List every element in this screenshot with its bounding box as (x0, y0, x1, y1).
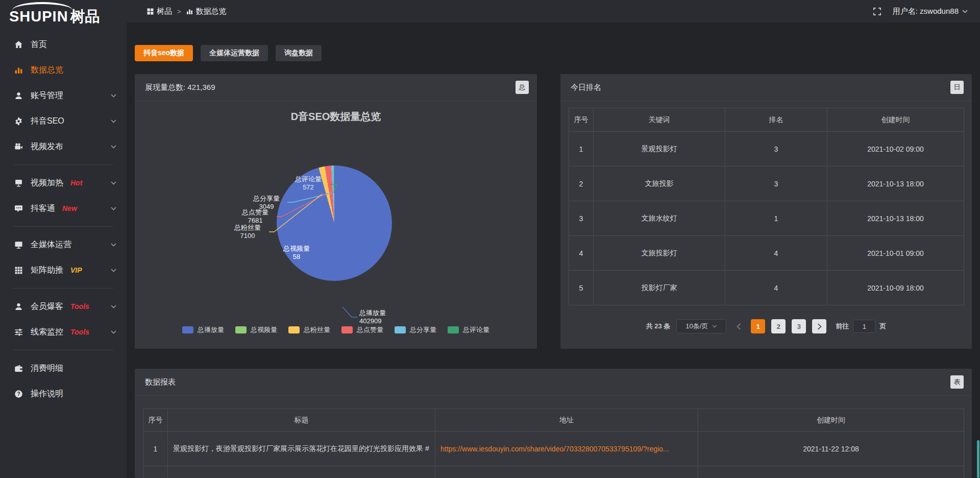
svg-text:?: ? (17, 391, 20, 397)
legend-item-videos[interactable]: 总视频量 (235, 325, 277, 334)
page-button-2[interactable]: 2 (771, 319, 786, 333)
grid-icon (14, 266, 23, 275)
sidebar-item-data-overview[interactable]: 数据总览 (0, 57, 127, 83)
cell-time: 2021-10-01 09:00 (827, 236, 964, 271)
legend-label: 总粉丝量 (304, 325, 330, 334)
sidebar-item-media-ops[interactable]: 全媒体运营 (0, 232, 127, 257)
topbar-right: 用户名: zswodun88 (873, 7, 980, 16)
col-header-time: 创建时间 (827, 108, 964, 132)
chevron-down-icon (111, 330, 116, 334)
page-size-select[interactable]: 10条/页 (676, 319, 726, 333)
tab-inquiry-data[interactable]: 询盘数据 (276, 45, 322, 61)
col-header-time: 创建时间 (698, 409, 964, 432)
sidebar-item-account[interactable]: 账号管理 (0, 83, 127, 108)
legend-item-shares[interactable]: 总分享量 (395, 325, 436, 334)
sidebar-item-help[interactable]: ? 操作说明 (0, 381, 127, 407)
page-button-1[interactable]: 1 (751, 319, 765, 333)
page-button-3[interactable]: 3 (792, 319, 806, 333)
series-name: 总粉丝量 (227, 224, 268, 232)
chevron-down-icon (111, 181, 116, 185)
series-name: 总点赞量 (235, 208, 276, 217)
cell-time: 2021-10-02 09:00 (827, 132, 964, 166)
cell-time: 2021-11-22 12:08 (698, 432, 964, 466)
breadcrumb-home[interactable]: 树品 (147, 7, 172, 16)
series-name: 总播放量 (359, 309, 405, 317)
pagination-total: 共 23 条 (646, 322, 671, 331)
rank-panel-header: 今日排名 日 (560, 74, 972, 101)
fullscreen-icon[interactable] (873, 7, 881, 16)
cell-keyword: 投影灯厂家 (594, 271, 725, 305)
sidebar-item-video-heat[interactable]: 视频加热 Hot (0, 170, 127, 196)
chevron-down-icon (712, 325, 717, 328)
sidebar-item-douyin-seo[interactable]: 抖音SEO (0, 108, 127, 134)
legend-item-likes[interactable]: 总点赞量 (341, 325, 383, 334)
series-name: 总评论量 (288, 175, 329, 183)
legend-label: 总播放量 (198, 325, 224, 334)
page-size-value: 10条/页 (685, 322, 708, 331)
cell-no (143, 466, 168, 478)
legend-item-comments[interactable]: 总评论量 (448, 325, 489, 334)
next-page-button[interactable] (812, 319, 826, 333)
scrollbar-thumb[interactable] (977, 440, 979, 478)
total-view-button[interactable]: 总 (516, 81, 529, 94)
sidebar-item-consumption[interactable]: 消费明细 (0, 355, 127, 381)
rank-panel-title: 今日排名 (571, 83, 601, 92)
series-value: 402909 (359, 317, 405, 325)
user-icon (14, 91, 23, 100)
sidebar-item-home[interactable]: 首页 (0, 32, 127, 57)
sidebar-item-video-publish[interactable]: 视频发布 (0, 134, 127, 159)
series-value: 7100 (227, 232, 268, 240)
chat-icon (14, 204, 23, 213)
legend-item-plays[interactable]: 总播放量 (182, 325, 224, 334)
sidebar-item-member-burst[interactable]: 会员爆客 Tools (0, 294, 127, 319)
sliders-icon (14, 328, 23, 337)
video-link[interactable]: https://www.iesdouyin.com/share/video/70… (440, 445, 669, 453)
cell-time: 2021-10-13 18:00 (827, 201, 964, 236)
legend-item-fans[interactable]: 总粉丝量 (288, 325, 330, 334)
pie-label-plays: 总播放量 402909 (359, 309, 405, 325)
seo-chart-panel: 展现量总数: 421,369 总 D音SEO数据量总览 总评论量 572 总分享… (135, 74, 537, 349)
username-label: 用户名: zswodun88 (893, 7, 959, 16)
pie-label-fans: 总粉丝量 7100 (227, 224, 268, 240)
breadcrumb-current[interactable]: 数据总览 (186, 7, 227, 16)
brand-logo[interactable]: SHUPIN树品 (0, 0, 127, 30)
pie-label-videos: 总视频量 58 (276, 245, 317, 261)
series-value: 572 (288, 183, 329, 192)
cell-rank: 1 (725, 201, 827, 236)
day-view-button[interactable]: 日 (950, 81, 964, 94)
goto-page-input[interactable] (853, 320, 875, 333)
table-row: 4 文旅投影灯 4 2021-10-01 09:00 (569, 236, 964, 271)
sidebar-item-doukettong[interactable]: 抖客通 New (0, 196, 127, 221)
tab-douyin-seo-data[interactable]: 抖音seo数据 (135, 45, 193, 61)
series-name: 总视频量 (276, 245, 317, 253)
question-icon: ? (14, 390, 23, 398)
sidebar-item-matrix-boost[interactable]: 矩阵助推 VIP (0, 257, 127, 283)
breadcrumb-label: 树品 (157, 7, 172, 16)
pie-chart-area: D音SEO数据量总览 总评论量 572 总分享量 3049 总点赞量 7681 … (135, 101, 537, 349)
cell-rank: 3 (725, 166, 827, 201)
monitor-icon (14, 241, 23, 249)
table-row: 2 文旅投影 3 2021-10-13 18:00 (569, 166, 964, 201)
cell-rank: 4 (725, 271, 827, 305)
tools-tag: Tools (70, 302, 89, 310)
legend-swatch (395, 326, 406, 333)
sidebar-item-label: 线索监控 (31, 327, 63, 338)
col-header-keyword: 关键词 (594, 108, 725, 132)
chevron-down-icon (111, 305, 116, 308)
logo-suffix: 树品 (70, 8, 100, 25)
sidebar-item-lead-monitor[interactable]: 线索监控 Tools (0, 319, 127, 345)
legend-swatch (235, 326, 247, 333)
prev-page-button[interactable] (732, 319, 745, 333)
table-row (143, 466, 964, 478)
cell-time: 2021-10-13 18:00 (827, 166, 964, 201)
cell-time: 2021-10-09 18:00 (827, 271, 964, 305)
chevron-down-icon (111, 145, 116, 149)
rank-table-header-row: 序号 关键词 排名 创建时间 (569, 108, 964, 132)
chevron-down-icon (111, 243, 116, 247)
gear-icon (14, 117, 23, 126)
impressions-total-label: 展现量总数: 421,369 (145, 83, 215, 92)
user-menu[interactable]: 用户名: zswodun88 (893, 7, 968, 16)
tab-media-ops-data[interactable]: 全媒体运营数据 (201, 45, 268, 61)
table-view-button[interactable]: 表 (950, 375, 964, 389)
cell-no: 3 (569, 201, 594, 236)
